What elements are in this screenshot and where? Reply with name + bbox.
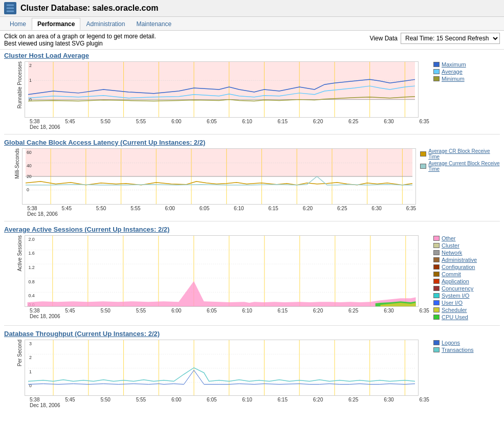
legend-item-commit[interactable]: Commit: [433, 271, 500, 277]
legend-color-application: [433, 279, 440, 284]
nav-tabs: Home Performance Administration Maintena…: [0, 17, 504, 31]
chart-section-4: Database Throughput (Current Up Instance…: [4, 330, 500, 412]
svg-text:60: 60: [27, 150, 32, 155]
click-info-text: Click on an area of a graph or legend to…: [4, 33, 156, 40]
chart2-date: Dec 18, 2006: [22, 211, 416, 217]
chart-section-2: Global Cache Block Access Latency (Curre…: [4, 139, 500, 221]
legend-color-maximum: [433, 62, 440, 67]
legend-color-system-io: [433, 293, 440, 298]
legend-color-average: [433, 69, 440, 74]
svg-text:0.4: 0.4: [28, 293, 34, 298]
legend-item-configuration[interactable]: Configuration: [433, 264, 500, 270]
svg-text:1: 1: [29, 78, 32, 83]
legend-item-concurrency[interactable]: Concurrency: [433, 285, 500, 292]
legend-color-current: [420, 164, 426, 169]
chart-svg-area-4[interactable]: 3 2 1 0 5:385:455:505:556:006:056:106:15…: [25, 340, 429, 408]
tab-home[interactable]: Home: [4, 18, 32, 30]
chart4-date: Dec 18, 2006: [25, 402, 429, 408]
legend-color-logons: [433, 340, 440, 345]
legend-item-user-io[interactable]: User I/O: [433, 300, 500, 306]
chart-svg-area-1[interactable]: 2 1 0 5:385:455:505:556:006:056:106:156:…: [25, 61, 429, 130]
svg-rect-2: [6, 10, 14, 12]
legend-item-administrative[interactable]: Administrative: [433, 257, 500, 263]
svg-rect-22: [26, 176, 412, 204]
legend-color-scheduler: [433, 307, 440, 312]
page-title: Cluster Database: sales.oracle.com: [20, 4, 158, 13]
svg-text:2: 2: [29, 355, 32, 360]
svg-text:0.8: 0.8: [28, 279, 34, 284]
chart-section-1: Cluster Host Load Average Runnable Proce…: [4, 52, 500, 135]
legend-item-transactions[interactable]: Transactions: [433, 347, 500, 353]
tab-administration[interactable]: Administration: [80, 18, 130, 30]
legend-item-scheduler[interactable]: Scheduler: [433, 307, 500, 313]
page-header: Cluster Database: sales.oracle.com: [0, 0, 504, 17]
svg-text:1: 1: [29, 369, 32, 374]
db-icon: [4, 2, 16, 14]
legend-item-network[interactable]: Network: [433, 250, 500, 256]
chart4-legend: Logons Transactions: [433, 340, 500, 354]
chart-title-4[interactable]: Database Throughput (Current Up Instance…: [4, 330, 500, 338]
svg-text:1.2: 1.2: [28, 265, 34, 270]
y-axis-label-4: Per Second: [4, 340, 25, 366]
chart-title-1[interactable]: Cluster Host Load Average: [4, 52, 500, 59]
info-bar: Click on an area of a graph or legend to…: [0, 31, 504, 50]
tab-performance[interactable]: Performance: [32, 18, 80, 30]
svg-text:40: 40: [27, 163, 32, 168]
legend-color-minimum: [433, 76, 440, 81]
legend-color-cluster: [433, 243, 440, 248]
chart-svg-area-3[interactable]: 2.0 1.6 1.2 0.8 0.4 0.0 5:385:455:505:55…: [25, 235, 429, 319]
legend-item-other[interactable]: Other: [433, 235, 500, 241]
svg-text:1.6: 1.6: [28, 251, 34, 256]
svg-rect-0: [6, 4, 14, 6]
y-axis-label-2: Milli-Seconds: [4, 148, 22, 178]
y-axis-label-3: Active Sessions: [4, 235, 25, 272]
chart3-legend: Other Cluster Network Administrative Con…: [433, 235, 500, 321]
chart1-date: Dec 18, 2006: [25, 124, 429, 130]
svg-note[interactable]: Best viewed using latest SVG plugin: [4, 40, 156, 47]
legend-item-maximum[interactable]: Maximum: [433, 61, 500, 68]
legend-color-config: [433, 264, 440, 270]
legend-item-logons[interactable]: Logons: [433, 340, 500, 346]
tab-maintenance[interactable]: Maintenance: [130, 18, 177, 30]
svg-marker-63: [28, 281, 416, 306]
legend-item-cpu-used[interactable]: CPU Used: [433, 314, 500, 320]
legend-color-admin: [433, 257, 440, 262]
legend-color-user-io: [433, 300, 440, 305]
main-content: Cluster Host Load Average Runnable Proce…: [0, 50, 504, 418]
chart-title-3[interactable]: Average Active Sessions (Current Up Inst…: [4, 226, 500, 233]
legend-item-minimum[interactable]: Minimum: [433, 76, 500, 82]
svg-rect-4: [28, 100, 415, 117]
legend-color-cpu: [433, 315, 440, 320]
legend-item-system-io[interactable]: System I/O: [433, 293, 500, 299]
legend-color-commit: [433, 272, 440, 277]
chart-svg-area-2[interactable]: 60 40 20 0 5:385:455:505:556:006:056:106…: [22, 148, 416, 217]
chart2-legend: Average CR Block Receive Time Average Cu…: [420, 148, 500, 173]
info-bar-right: View Data Real Time: 15 Second Refresh R…: [370, 33, 500, 44]
legend-item-current-block[interactable]: Average Current Block Receive Time: [420, 161, 500, 172]
legend-item-application[interactable]: Application: [433, 278, 500, 284]
legend-color-cr: [420, 151, 426, 156]
legend-color-transactions: [433, 347, 440, 352]
legend-item-cluster[interactable]: Cluster: [433, 242, 500, 249]
view-data-select[interactable]: Real Time: 15 Second Refresh Real Time: …: [401, 33, 500, 44]
svg-text:2: 2: [29, 63, 32, 68]
svg-text:20: 20: [27, 174, 32, 179]
svg-text:3: 3: [29, 341, 32, 346]
chart1-legend: Maximum Average Minimum: [433, 61, 500, 83]
y-axis-label-1: Runnable Processes: [4, 61, 25, 108]
legend-color-concurrency: [433, 286, 440, 291]
svg-rect-21: [26, 149, 412, 176]
svg-text:2.0: 2.0: [28, 237, 34, 242]
legend-item-average[interactable]: Average: [433, 69, 500, 75]
chart-section-3: Average Active Sessions (Current Up Inst…: [4, 226, 500, 326]
svg-text:0: 0: [27, 187, 29, 192]
legend-color-network: [433, 250, 440, 255]
view-data-label: View Data: [370, 35, 398, 42]
svg-rect-1: [6, 7, 14, 9]
chart-title-2[interactable]: Global Cache Block Access Latency (Curre…: [4, 139, 500, 146]
chart3-date: Dec 18, 2006: [25, 314, 429, 319]
legend-color-other: [433, 236, 440, 241]
legend-item-cr-block[interactable]: Average CR Block Receive Time: [420, 148, 500, 160]
info-bar-left: Click on an area of a graph or legend to…: [4, 33, 156, 47]
